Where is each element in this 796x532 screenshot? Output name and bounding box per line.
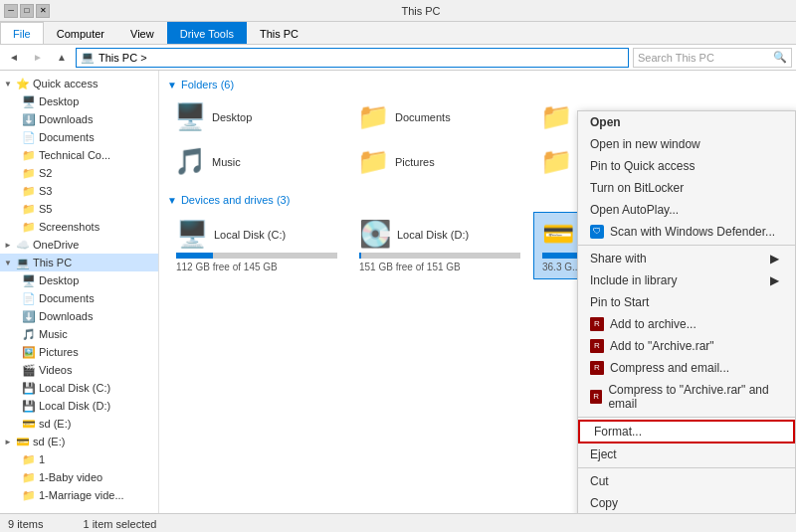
sidebar-label: Documents — [39, 131, 95, 143]
folder-label-pictures: Pictures — [395, 156, 435, 168]
ctx-copy[interactable]: Copy — [578, 492, 795, 513]
folder-item-music[interactable]: 🎵 Music — [167, 141, 346, 182]
ctx-add-rar[interactable]: R Add to "Archive.rar" — [578, 335, 795, 357]
sidebar-item-folder-1[interactable]: 📁 1 — [0, 450, 158, 468]
ctx-open-new-window[interactable]: Open in new window — [578, 133, 795, 155]
tab-view[interactable]: View — [117, 22, 167, 44]
sidebar-label: Desktop — [39, 274, 79, 286]
sidebar-item-s5[interactable]: 📁 S5 — [0, 200, 158, 218]
folder-icon: 📁 — [22, 220, 36, 234]
sidebar-item-onedrive[interactable]: ► ☁️ OneDrive — [0, 236, 158, 254]
sidebar-label: Documents — [39, 292, 95, 304]
sidebar-item-screenshots[interactable]: 📁 Screenshots — [0, 218, 158, 236]
tab-this-pc[interactable]: This PC — [247, 22, 311, 44]
drive-item-d[interactable]: 💽 Local Disk (D:) 151 GB free of 151 GB — [350, 212, 529, 279]
sidebar-item-marriage-video[interactable]: 📁 1-Marriage vide... — [0, 486, 158, 504]
up-button[interactable]: ▲ — [52, 48, 72, 68]
folders-section-header[interactable]: ▼ Folders (6) — [167, 79, 788, 90]
tab-drive-tools[interactable]: Drive Tools — [167, 22, 247, 44]
sidebar-item-s3[interactable]: 📁 S3 — [0, 182, 158, 200]
sidebar-item-pictures[interactable]: 🖼️ Pictures — [0, 343, 158, 361]
sidebar-item-local-c[interactable]: 💾 Local Disk (C:) — [0, 379, 158, 397]
ribbon-tab-bar: File Computer View Drive Tools This PC — [0, 22, 796, 44]
sidebar-item-baby-video[interactable]: 📁 1-Baby video — [0, 468, 158, 486]
documents-folder-icon: 📁 — [357, 101, 389, 132]
folder-icon: 📁 — [22, 166, 36, 180]
sidebar-item-this-pc[interactable]: ▼ 💻 This PC — [0, 254, 158, 271]
ctx-format[interactable]: Format... — [578, 420, 795, 443]
ribbon: File Computer View Drive Tools This PC — [0, 22, 796, 45]
tab-computer[interactable]: Computer — [44, 22, 117, 44]
ctx-defender[interactable]: 🛡 Scan with Windows Defender... — [578, 221, 795, 243]
ctx-eject[interactable]: Eject — [578, 443, 795, 465]
ctx-label-format: Format... — [594, 425, 642, 439]
ctx-open[interactable]: Open — [578, 111, 795, 133]
ctx-divider-2 — [578, 417, 795, 418]
ctx-label-eject: Eject — [590, 447, 617, 461]
chevron-right-icon: ► — [4, 241, 14, 250]
sidebar-item-desktop-qa[interactable]: 🖥️ Desktop — [0, 92, 158, 110]
cloud-icon: ☁️ — [16, 238, 30, 252]
ctx-cut[interactable]: Cut — [578, 470, 795, 492]
ctx-compress-email[interactable]: R Compress and email... — [578, 357, 795, 379]
sidebar-item-documents-pc[interactable]: 📄 Documents — [0, 289, 158, 307]
ctx-pin-start[interactable]: Pin to Start — [578, 291, 795, 313]
archive-icon: R — [590, 361, 604, 375]
sidebar-item-local-d[interactable]: 💾 Local Disk (D:) — [0, 397, 158, 415]
ctx-label-add-archive: Add to archive... — [610, 317, 696, 331]
ctx-add-archive[interactable]: R Add to archive... — [578, 313, 795, 335]
sidebar-item-documents-qa[interactable]: 📄 Documents — [0, 128, 158, 146]
sidebar-item-quick-access[interactable]: ▼ ⭐ Quick access — [0, 75, 158, 92]
sidebar-label-onedrive: OneDrive — [33, 239, 79, 251]
minimize-button[interactable]: ─ — [4, 4, 18, 18]
drive-progress-c — [176, 253, 337, 259]
sidebar-label: 1-Marriage vide... — [39, 489, 124, 501]
sidebar-item-desktop-pc[interactable]: 🖥️ Desktop — [0, 271, 158, 289]
folder-item-pictures[interactable]: 📁 Pictures — [350, 141, 529, 182]
sidebar-item-downloads-pc[interactable]: ⬇️ Downloads — [0, 307, 158, 325]
sidebar-item-technical[interactable]: 📁 Technical Co... — [0, 146, 158, 164]
sidebar-label: Desktop — [39, 95, 79, 107]
ctx-label-copy: Copy — [590, 496, 618, 510]
ctx-bitlocker[interactable]: Turn on BitLocker — [578, 177, 795, 199]
drive-free-d: 151 GB free of 151 GB — [359, 262, 520, 272]
search-box[interactable]: Search This PC 🔍 — [633, 48, 792, 68]
sidebar-item-s2[interactable]: 📁 S2 — [0, 164, 158, 182]
sidebar-label: Local Disk (C:) — [39, 382, 110, 394]
ctx-label-add-rar: Add to "Archive.rar" — [610, 339, 714, 353]
folder-label-desktop: Desktop — [212, 111, 252, 123]
sidebar-item-music[interactable]: 🎵 Music — [0, 325, 158, 343]
address-bar: ◄ ► ▲ 💻 This PC > Search This PC 🔍 — [0, 45, 796, 71]
forward-button[interactable]: ► — [28, 48, 48, 68]
ctx-include-library[interactable]: Include in library ▶ — [578, 269, 795, 291]
sidebar-item-sd-e[interactable]: 💳 sd (E:) — [0, 415, 158, 433]
drive-item-c[interactable]: 🖥️ Local Disk (C:) 112 GB free of 145 GB — [167, 212, 346, 279]
maximize-button[interactable]: □ — [20, 4, 34, 18]
back-button[interactable]: ◄ — [4, 48, 24, 68]
tab-file[interactable]: File — [0, 22, 44, 44]
close-button[interactable]: ✕ — [36, 4, 50, 18]
sidebar-item-downloads-qa[interactable]: ⬇️ Downloads — [0, 110, 158, 128]
desktop-folder-icon: 🖥️ — [174, 101, 206, 132]
sidebar-item-videos[interactable]: 🎬 Videos — [0, 361, 158, 379]
sidebar-label: 1 — [39, 453, 45, 465]
chevron-down-icon: ▼ — [4, 80, 14, 89]
ctx-label-autoplay: Open AutoPlay... — [590, 203, 679, 217]
address-path[interactable]: 💻 This PC > — [76, 48, 629, 68]
ctx-autoplay[interactable]: Open AutoPlay... — [578, 199, 795, 221]
sd-card-icon: 💳 — [542, 219, 574, 250]
ctx-divider-3 — [578, 467, 795, 468]
sidebar-label-this-pc: This PC — [33, 257, 72, 268]
sidebar-label: S5 — [39, 203, 52, 215]
folder-item-desktop[interactable]: 🖥️ Desktop — [167, 96, 346, 137]
ctx-arrow-icon: ▶ — [770, 273, 779, 287]
ctx-pin-quick-access[interactable]: Pin to Quick access — [578, 155, 795, 177]
ctx-share-with[interactable]: Share with ▶ — [578, 248, 795, 269]
folder-item-documents[interactable]: 📁 Documents — [350, 96, 529, 137]
folder-icon: 📁 — [22, 202, 36, 216]
content-area: ▼ Folders (6) 🖥️ Desktop 📁 Documents 📁 D… — [159, 71, 796, 513]
disk-icon: 🖥️ — [176, 219, 208, 250]
sidebar-item-sd-root[interactable]: ► 💳 sd (E:) — [0, 433, 158, 450]
ctx-compress-rar-email[interactable]: R Compress to "Archive.rar" and email — [578, 379, 795, 415]
chevron-down-icon: ▼ — [4, 259, 14, 267]
